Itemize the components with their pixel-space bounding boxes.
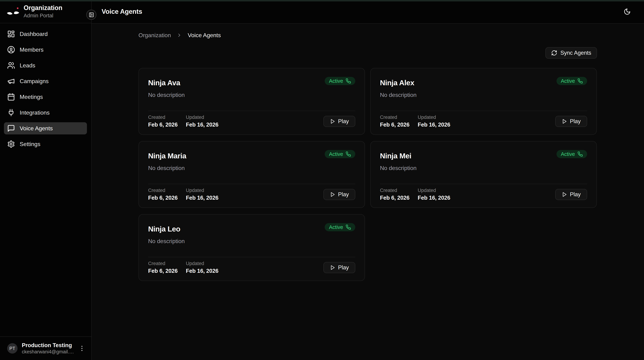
updated-label: Updated [186,261,218,266]
phone-icon [578,151,583,157]
sidebar-item-integrations[interactable]: Integrations [4,106,87,119]
card-footer: Created Feb 6, 2026 Updated Feb 16, 2026… [148,111,355,128]
sidebar-header: Organization Admin Portal [0,0,91,23]
play-button[interactable]: Play [324,262,355,273]
sidebar-toggle-button[interactable] [86,10,96,20]
sync-refresh-icon [551,50,557,56]
agent-name: Ninja Maria [148,152,186,160]
play-button[interactable]: Play [324,116,355,127]
window-top-edge [0,0,644,1]
updated-label: Updated [186,115,218,120]
created-block: Created Feb 6, 2026 [380,115,410,128]
user-box: PT Production Testing ckesharwani4@gmail… [0,337,91,360]
agent-name: Ninja Leo [148,225,180,233]
sidebar: Organization Admin Portal Dashboard Memb… [0,0,92,360]
updated-date: Feb 16, 2026 [418,195,450,201]
sidebar-item-dashboard[interactable]: Dashboard [4,28,87,40]
sidebar-nav: Dashboard Members Leads Campaigns Meetin… [0,23,91,150]
sidebar-item-members[interactable]: Members [4,44,87,56]
sidebar-item-settings[interactable]: Settings [4,138,87,150]
created-date: Feb 6, 2026 [148,195,178,201]
agent-description: No description [148,165,355,171]
status-badge: Active [325,223,355,231]
sidebar-item-label: Leads [20,62,35,69]
user-email: ckesharwani4@gmail.… [22,349,74,355]
card-footer: Created Feb 6, 2026 Updated Feb 16, 2026… [148,257,355,274]
page-header: Voice Agents [92,0,644,23]
user-info: Production Testing ckesharwani4@gmail.… [22,342,74,355]
logo-dot [17,7,18,9]
user-menu-button[interactable] [78,345,86,352]
status-label: Active [561,151,575,157]
sidebar-item-voice-agents[interactable]: Voice Agents [4,122,87,134]
play-label: Play [338,264,349,271]
sidebar-item-leads[interactable]: Leads [4,59,87,71]
sidebar-item-label: Voice Agents [20,125,53,132]
dashboard-icon [7,30,15,38]
agent-dates: Created Feb 6, 2026 Updated Feb 16, 2026 [148,115,218,128]
page-title: Voice Agents [102,8,142,15]
sidebar-item-meetings[interactable]: Meetings [4,91,87,103]
created-block: Created Feb 6, 2026 [148,115,178,128]
breadcrumb-voice-agents: Voice Agents [188,32,221,39]
breadcrumb-organization[interactable]: Organization [138,32,171,39]
agent-name: Ninja Ava [148,79,180,87]
card-footer: Created Feb 6, 2026 Updated Feb 16, 2026… [380,111,587,128]
play-button[interactable]: Play [555,189,587,200]
updated-block: Updated Feb 16, 2026 [186,188,218,201]
user-name: Production Testing [22,342,74,349]
agent-description: No description [148,238,355,245]
play-label: Play [338,191,349,198]
created-date: Feb 6, 2026 [148,268,178,274]
agent-description: No description [148,92,355,98]
agents-grid: Ninja Ava Active No description Created … [138,68,597,281]
agent-name: Ninja Alex [380,79,414,87]
chevron-right-icon [176,32,182,38]
org-title-block: Organization Admin Portal [24,4,62,18]
card-footer: Created Feb 6, 2026 Updated Feb 16, 2026… [380,184,587,201]
updated-date: Feb 16, 2026 [418,122,450,128]
breadcrumb: Organization Voice Agents [138,32,597,39]
agent-dates: Created Feb 6, 2026 Updated Feb 16, 2026 [148,261,218,274]
play-icon [330,265,335,270]
sidebar-item-campaigns[interactable]: Campaigns [4,75,87,87]
updated-date: Feb 16, 2026 [186,195,218,201]
sidebar-item-label: Members [20,46,44,53]
main-content: Organization Voice Agents Sync Agents Ni… [92,23,644,360]
play-button[interactable]: Play [555,116,587,127]
theme-toggle-button[interactable] [622,6,632,17]
integrations-icon [7,109,15,117]
created-date: Feb 6, 2026 [380,122,410,128]
play-icon [562,119,567,124]
agent-dates: Created Feb 6, 2026 Updated Feb 16, 2026 [148,188,218,201]
agent-card: Ninja Leo Active No description Created … [138,214,365,281]
panel-left-close-icon [89,12,94,17]
agent-card: Ninja Maria Active No description Create… [138,141,365,208]
created-block: Created Feb 6, 2026 [148,188,178,201]
play-label: Play [338,118,349,125]
created-block: Created Feb 6, 2026 [148,261,178,274]
sidebar-item-label: Campaigns [20,78,49,84]
agent-description: No description [380,165,587,171]
agent-card: Ninja Mei Active No description Created … [370,141,597,208]
created-label: Created [380,115,410,120]
card-header: Ninja Ava Active [148,77,355,87]
sync-agents-label: Sync Agents [560,50,591,56]
play-icon [330,119,335,124]
created-label: Created [148,188,178,193]
meetings-icon [7,93,15,101]
card-footer: Created Feb 6, 2026 Updated Feb 16, 2026… [148,184,355,201]
play-button[interactable]: Play [324,189,355,200]
members-icon [7,46,15,54]
updated-label: Updated [418,188,450,193]
sync-agents-button[interactable]: Sync Agents [546,47,597,59]
updated-block: Updated Feb 16, 2026 [186,115,218,128]
card-header: Ninja Leo Active [148,223,355,233]
sidebar-item-label: Meetings [20,94,43,100]
created-label: Created [148,261,178,266]
org-subtitle: Admin Portal [24,13,62,18]
card-header: Ninja Alex Active [380,77,587,87]
avatar: PT [7,343,18,354]
agent-name: Ninja Mei [380,152,411,160]
phone-icon [346,151,351,157]
